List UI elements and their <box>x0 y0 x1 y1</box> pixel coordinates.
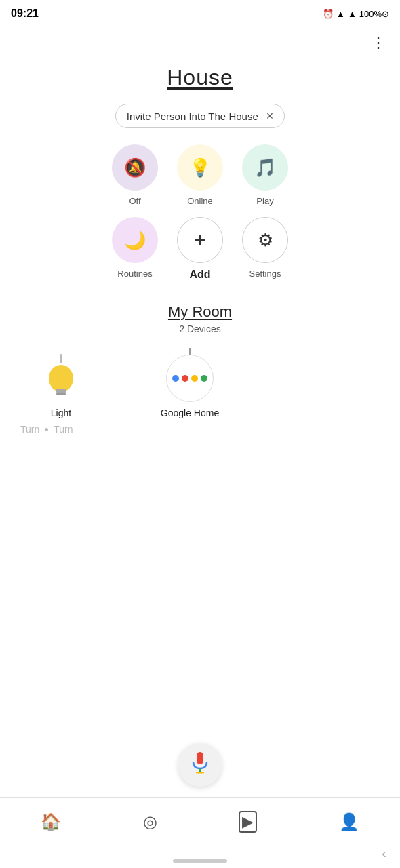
online-button[interactable]: 💡 Online <box>177 144 223 206</box>
invite-chip-container: Invite Person Into The House × <box>0 104 400 128</box>
online-icon-circle: 💡 <box>177 144 223 191</box>
nav-account[interactable]: 👤 <box>339 812 359 831</box>
section-divider <box>0 292 400 292</box>
google-dots <box>172 375 207 382</box>
add-label: Add <box>189 269 210 281</box>
icon-grid-row1: 🔕 Off 💡 Online 🎵 Play <box>0 144 400 206</box>
settings-label: Settings <box>249 269 281 279</box>
off-label: Off <box>129 196 140 206</box>
dot-blue <box>172 375 179 382</box>
explore-icon: ◎ <box>143 812 157 831</box>
dot-red <box>182 375 188 382</box>
turn-actions-row: Turn Turn <box>14 424 386 435</box>
device-row: Light Google Home <box>14 348 386 418</box>
svg-point-0 <box>49 365 73 392</box>
nav-media[interactable]: ▶ <box>239 811 257 833</box>
light-icon <box>34 348 88 402</box>
wifi-icon: ▲ <box>336 9 345 19</box>
turn-action-1: Turn <box>20 424 39 435</box>
routines-icon: 🌙 <box>124 230 146 251</box>
svg-rect-3 <box>60 354 62 363</box>
invite-chip[interactable]: Invite Person Into The House × <box>115 104 285 128</box>
google-home-name: Google Home <box>161 408 219 418</box>
room-title: My Room <box>14 303 386 321</box>
device-card-light[interactable]: Light <box>20 348 102 418</box>
google-home-icon <box>163 348 217 402</box>
dot-green <box>201 375 207 382</box>
play-icon-circle: 🎵 <box>242 144 288 191</box>
bottom-nav: 🏠 ◎ ▶ 👤 <box>0 797 400 845</box>
settings-icon: ⚙ <box>258 230 273 251</box>
svg-rect-2 <box>56 393 66 395</box>
settings-button[interactable]: ⚙ Settings <box>242 217 288 281</box>
voice-button-container <box>178 743 222 787</box>
online-icon: 💡 <box>189 157 211 178</box>
add-icon: + <box>194 229 206 252</box>
turn-separator <box>45 428 48 431</box>
online-label: Online <box>187 196 213 206</box>
svg-rect-4 <box>197 752 203 764</box>
off-icon: 🔕 <box>124 157 146 178</box>
home-icon: 🏠 <box>41 812 61 831</box>
invite-chip-close-icon[interactable]: × <box>266 110 274 122</box>
device-card-google-home[interactable]: Google Home <box>149 348 231 418</box>
microphone-icon <box>191 752 209 778</box>
add-button[interactable]: + Add <box>177 217 223 281</box>
routines-label: Routines <box>117 269 152 279</box>
play-label: Play <box>256 196 273 206</box>
off-button[interactable]: 🔕 Off <box>112 144 158 206</box>
status-time: 09:21 <box>11 7 39 20</box>
svg-rect-6 <box>196 772 204 774</box>
add-icon-circle: + <box>177 217 223 263</box>
light-name: Light <box>51 408 71 418</box>
dot-yellow <box>191 375 198 382</box>
back-arrow[interactable]: ‹ <box>382 846 386 861</box>
play-icon: 🎵 <box>254 157 276 178</box>
more-options-icon[interactable]: ⋮ <box>371 34 386 52</box>
bottom-handle <box>173 859 227 863</box>
svg-rect-1 <box>56 389 66 393</box>
play-button[interactable]: 🎵 Play <box>242 144 288 206</box>
invite-chip-text: Invite Person Into The House <box>127 111 258 122</box>
room-subtitle: 2 Devices <box>14 323 386 334</box>
three-dot-menu[interactable]: ⋮ <box>0 27 400 58</box>
alarm-icon: ⏰ <box>323 9 334 19</box>
settings-icon-circle: ⚙ <box>242 217 288 263</box>
room-section: My Room 2 Devices Light <box>0 303 400 435</box>
status-bar: 09:21 ⏰ ▲ ▲ 100%⊙ <box>0 0 400 27</box>
routines-button[interactable]: 🌙 Routines <box>112 217 158 281</box>
icon-grid-row2: 🌙 Routines + Add ⚙ Settings <box>0 217 400 281</box>
nav-explore[interactable]: ◎ <box>143 812 157 831</box>
account-icon: 👤 <box>339 812 359 831</box>
app-title: House <box>0 65 400 90</box>
status-icons: ⏰ ▲ ▲ 100%⊙ <box>323 9 389 19</box>
battery-icon: 100%⊙ <box>359 9 389 19</box>
media-icon: ▶ <box>239 811 257 833</box>
google-home-body <box>166 355 214 402</box>
signal-icon: ▲ <box>348 9 357 19</box>
routines-icon-circle: 🌙 <box>112 217 158 263</box>
voice-button[interactable] <box>178 743 222 787</box>
turn-action-2: Turn <box>54 424 73 435</box>
off-icon-circle: 🔕 <box>112 144 158 191</box>
nav-home[interactable]: 🏠 <box>41 812 61 831</box>
